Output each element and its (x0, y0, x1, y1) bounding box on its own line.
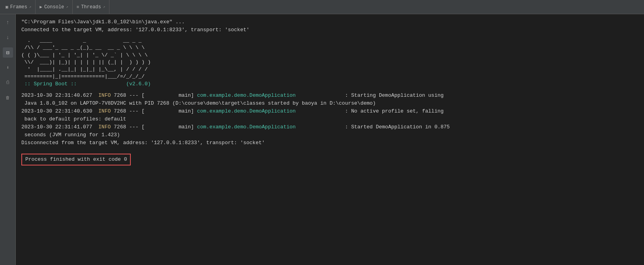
main-container: ↑ ↓ ⊟ ⬇ ⎙ 🗑 "C:\Program Files\Java\jdk1.… (0, 14, 644, 265)
log-logger-2: com.example.demo.DemoApplication (197, 107, 296, 115)
log-logger-1: com.example.demo.DemoApplication (197, 92, 296, 100)
delete-button[interactable]: 🗑 (3, 92, 13, 103)
save-button[interactable]: ⬇ (3, 62, 13, 73)
console-line-disconnected: Disconnected from the target VM, address… (21, 139, 638, 147)
threads-arrow: ↗ (103, 5, 105, 9)
console-line-java-ver: Java 1.8.0_102 on LAPTOP-7V8DV2HC with P… (21, 100, 638, 107)
tab-frames[interactable]: ▣ Frames ↗ (2, 0, 36, 14)
log-line-2: 2023-10-30 22:31:40.630 INFO 7268 --- [ … (21, 107, 638, 115)
console-line-java-exe: "C:\Program Files\Java\jdk1.8.0_102\bin\… (21, 18, 638, 26)
frames-icon: ▣ (6, 4, 8, 9)
log-date-2: 2023-10-30 22:31:40.630 (21, 107, 98, 115)
scroll-up-button[interactable]: ↑ (3, 17, 13, 28)
console-output[interactable]: "C:\Program Files\Java\jdk1.8.0_102\bin\… (16, 14, 644, 265)
log-date-1: 2023-10-30 22:31:40.627 (21, 92, 98, 100)
restore-button[interactable]: ⊟ (3, 47, 13, 58)
process-finished-box: Process finished with exit code 0 (21, 154, 131, 165)
tab-console-label: Console (44, 4, 64, 10)
spring-boot-label: :: Spring Boot :: (v2.6.0) (21, 80, 638, 88)
console-arrow: ↗ (66, 5, 68, 9)
log-msg-1: : Starting DemoApplication using (296, 92, 443, 100)
console-line-connected: Connected to the target VM, address: '12… (21, 26, 638, 34)
log-date-3: 2023-10-30 22:31:41.077 (21, 123, 98, 131)
log-pid-3: 7268 --- [ main] (111, 123, 197, 131)
spring-ascii-art: . ____ _ __ _ _ /\\ / ___'_ __ _ _(_)_ _… (21, 37, 638, 80)
scroll-down-button[interactable]: ↓ (3, 32, 13, 43)
console-icon: ▶ (40, 4, 42, 9)
log-level-1: INFO (98, 92, 111, 100)
tab-frames-label: Frames (10, 4, 27, 10)
print-button[interactable]: ⎙ (3, 77, 13, 88)
log-logger-3: com.example.demo.DemoApplication (197, 123, 296, 131)
log-msg-2: : No active profile set, falling (296, 107, 443, 115)
log-msg-3: : Started DemoApplication in 0.875 (296, 123, 450, 131)
sidebar: ↑ ↓ ⊟ ⬇ ⎙ 🗑 (0, 14, 16, 265)
log-line-1: 2023-10-30 22:31:40.627 INFO 7268 --- [ … (21, 92, 638, 100)
log-level-2: INFO (98, 107, 111, 115)
tab-threads[interactable]: ≡ Threads ↗ (73, 0, 109, 14)
log-pid-2: 7268 --- [ main] (111, 107, 197, 115)
tab-threads-label: Threads (81, 4, 101, 10)
log-pid-1: 7268 --- [ main] (111, 92, 197, 100)
log-line-3: 2023-10-30 22:31:41.077 INFO 7268 --- [ … (21, 123, 638, 131)
console-line-jvm: seconds (JVM running for 1.423) (21, 131, 638, 139)
console-line-profiles: back to default profiles: default (21, 115, 638, 123)
process-finished-text: Process finished with exit code 0 (25, 156, 127, 162)
log-level-3: INFO (98, 123, 111, 131)
frames-arrow: ↗ (29, 5, 31, 9)
threads-icon: ≡ (77, 5, 79, 9)
tab-console[interactable]: ▶ Console ↗ (36, 0, 72, 14)
tab-bar: ▣ Frames ↗ ▶ Console ↗ ≡ Threads ↗ (0, 0, 644, 14)
